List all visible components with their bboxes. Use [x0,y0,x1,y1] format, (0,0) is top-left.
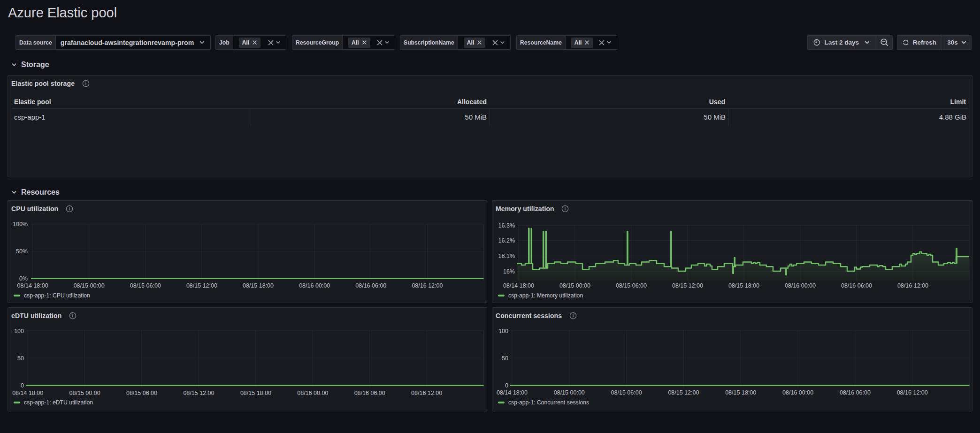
svg-text:08/14 18:00: 08/14 18:00 [17,282,48,289]
svg-text:08/16 12:00: 08/16 12:00 [412,282,443,289]
svg-text:0: 0 [505,382,508,389]
svg-text:08/15 06:00: 08/15 06:00 [130,282,161,289]
svg-text:100: 100 [14,328,24,334]
svg-text:08/15 12:00: 08/15 12:00 [183,390,214,396]
svg-text:08/15 18:00: 08/15 18:00 [243,282,274,289]
svg-text:08/16 00:00: 08/16 00:00 [299,282,330,289]
svg-text:50%: 50% [16,248,28,255]
svg-text:08/14 18:00: 08/14 18:00 [497,389,528,396]
svg-text:16%: 16% [503,268,515,275]
svg-text:08/15 00:00: 08/15 00:00 [69,390,100,396]
svg-text:08/16 00:00: 08/16 00:00 [297,390,328,396]
svg-text:08/15 18:00: 08/15 18:00 [725,389,756,396]
svg-text:08/15 12:00: 08/15 12:00 [672,282,703,289]
svg-text:08/16 00:00: 08/16 00:00 [785,282,816,289]
svg-text:08/16 12:00: 08/16 12:00 [411,390,442,396]
svg-text:0: 0 [21,382,24,389]
svg-text:08/15 00:00: 08/15 00:00 [554,389,585,396]
svg-text:08/14 18:00: 08/14 18:00 [12,390,43,396]
svg-text:50: 50 [502,355,508,362]
svg-text:16.3%: 16.3% [498,222,515,229]
svg-text:08/15 18:00: 08/15 18:00 [240,390,271,396]
svg-text:08/15 00:00: 08/15 00:00 [74,282,105,289]
svg-text:08/16 12:00: 08/16 12:00 [897,282,928,289]
svg-text:08/15 06:00: 08/15 06:00 [616,282,647,289]
svg-text:08/16 06:00: 08/16 06:00 [355,282,386,289]
svg-text:16.2%: 16.2% [498,237,515,244]
svg-text:08/16 06:00: 08/16 06:00 [841,282,872,289]
svg-text:08/15 00:00: 08/15 00:00 [559,282,590,289]
svg-text:100: 100 [498,328,508,334]
svg-text:08/15 12:00: 08/15 12:00 [668,389,699,396]
svg-text:08/15 12:00: 08/15 12:00 [186,282,217,289]
svg-text:08/15 06:00: 08/15 06:00 [611,389,642,396]
svg-text:16.1%: 16.1% [498,253,515,259]
svg-text:08/15 06:00: 08/15 06:00 [126,390,157,396]
svg-text:100%: 100% [13,221,28,228]
svg-text:08/15 18:00: 08/15 18:00 [728,282,759,289]
svg-text:08/16 12:00: 08/16 12:00 [897,389,928,396]
svg-text:0%: 0% [19,275,28,282]
svg-text:08/14 18:00: 08/14 18:00 [503,282,534,289]
svg-text:08/16 00:00: 08/16 00:00 [782,389,813,396]
svg-text:50: 50 [17,355,24,362]
svg-text:08/16 06:00: 08/16 06:00 [354,390,385,396]
svg-text:08/16 06:00: 08/16 06:00 [840,389,871,396]
